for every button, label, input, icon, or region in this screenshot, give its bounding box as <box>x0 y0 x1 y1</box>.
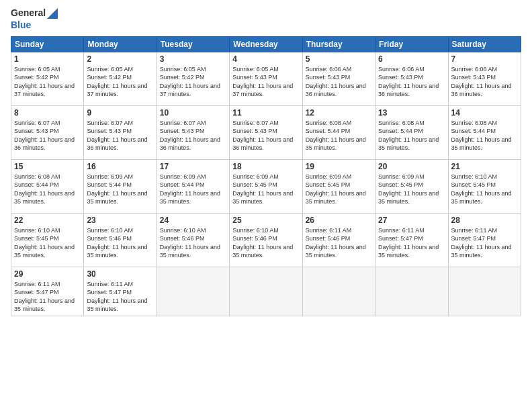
sunset-label: Sunset: 5:44 PM <box>306 128 351 134</box>
daylight-label: Daylight: 11 hours and 36 minutes. <box>451 83 512 98</box>
day-info: Sunrise: 6:10 AM Sunset: 5:45 PM Dayligh… <box>14 226 81 260</box>
day-number: 24 <box>160 216 226 225</box>
day-info: Sunrise: 6:07 AM Sunset: 5:43 PM Dayligh… <box>160 119 226 152</box>
day-number: 21 <box>451 162 518 171</box>
logo-general: General <box>11 8 46 18</box>
day-info: Sunrise: 6:05 AM Sunset: 5:43 PM Dayligh… <box>232 65 299 99</box>
day-info: Sunrise: 6:08 AM Sunset: 5:44 PM Dayligh… <box>306 119 372 152</box>
daylight-label: Daylight: 11 hours and 36 minutes. <box>306 83 366 98</box>
calendar-day-cell: 7 Sunrise: 6:06 AM Sunset: 5:43 PM Dayli… <box>448 52 521 105</box>
sunset-label: Sunset: 5:43 PM <box>14 128 59 134</box>
day-number: 8 <box>14 108 81 118</box>
day-info: Sunrise: 6:11 AM Sunset: 5:47 PM Dayligh… <box>87 280 153 314</box>
day-info: Sunrise: 6:08 AM Sunset: 5:44 PM Dayligh… <box>378 119 445 152</box>
calendar-day-cell: 12 Sunrise: 6:08 AM Sunset: 5:44 PM Dayl… <box>302 105 375 159</box>
day-number: 13 <box>378 108 445 118</box>
calendar-day-cell <box>375 267 448 316</box>
sunrise-label: Sunrise: 6:09 AM <box>306 173 352 180</box>
day-number: 9 <box>87 108 153 118</box>
day-number: 15 <box>14 162 81 171</box>
calendar-day-cell: 21 Sunrise: 6:10 AM Sunset: 5:45 PM Dayl… <box>448 159 521 213</box>
daylight-label: Daylight: 11 hours and 37 minutes. <box>232 83 293 98</box>
day-number: 16 <box>87 162 153 171</box>
day-info: Sunrise: 6:06 AM Sunset: 5:43 PM Dayligh… <box>378 65 445 99</box>
calendar-day-cell: 28 Sunrise: 6:11 AM Sunset: 5:47 PM Dayl… <box>448 213 521 267</box>
sunset-label: Sunset: 5:43 PM <box>378 74 423 81</box>
calendar-day-cell: 10 Sunrise: 6:07 AM Sunset: 5:43 PM Dayl… <box>157 105 229 159</box>
sunrise-label: Sunrise: 6:08 AM <box>14 173 60 180</box>
calendar-day-cell: 17 Sunrise: 6:09 AM Sunset: 5:44 PM Dayl… <box>157 159 229 213</box>
sunrise-label: Sunrise: 6:08 AM <box>306 120 352 126</box>
sunrise-label: Sunrise: 6:07 AM <box>160 120 206 126</box>
day-number: 6 <box>378 54 445 64</box>
calendar-week-row: 8 Sunrise: 6:07 AM Sunset: 5:43 PM Dayli… <box>11 105 521 159</box>
day-number: 22 <box>14 216 81 225</box>
day-info: Sunrise: 6:10 AM Sunset: 5:46 PM Dayligh… <box>160 226 226 260</box>
day-number: 23 <box>87 216 153 225</box>
day-info: Sunrise: 6:05 AM Sunset: 5:42 PM Dayligh… <box>14 65 81 99</box>
calendar-day-cell <box>302 267 375 316</box>
logo-triangle-icon <box>47 8 58 19</box>
calendar-day-cell <box>448 267 521 316</box>
daylight-label: Daylight: 11 hours and 35 minutes. <box>232 190 293 205</box>
daylight-label: Daylight: 11 hours and 36 minutes. <box>160 136 220 152</box>
day-info: Sunrise: 6:09 AM Sunset: 5:45 PM Dayligh… <box>232 173 299 206</box>
sunrise-label: Sunrise: 6:08 AM <box>378 120 425 126</box>
daylight-label: Daylight: 11 hours and 35 minutes. <box>87 298 147 313</box>
calendar-day-cell: 13 Sunrise: 6:08 AM Sunset: 5:44 PM Dayl… <box>375 105 448 159</box>
calendar-day-cell: 11 Sunrise: 6:07 AM Sunset: 5:43 PM Dayl… <box>230 105 302 159</box>
sunrise-label: Sunrise: 6:11 AM <box>14 281 60 287</box>
sunrise-label: Sunrise: 6:10 AM <box>160 227 206 234</box>
day-info: Sunrise: 6:10 AM Sunset: 5:46 PM Dayligh… <box>87 226 153 260</box>
sunset-label: Sunset: 5:42 PM <box>160 74 205 81</box>
sunset-label: Sunset: 5:44 PM <box>87 181 132 188</box>
sunrise-label: Sunrise: 6:07 AM <box>87 120 133 126</box>
sunrise-label: Sunrise: 6:09 AM <box>232 173 279 180</box>
sunset-label: Sunset: 5:46 PM <box>87 235 132 242</box>
day-info: Sunrise: 6:08 AM Sunset: 5:44 PM Dayligh… <box>14 173 81 206</box>
day-info: Sunrise: 6:11 AM Sunset: 5:46 PM Dayligh… <box>306 226 372 260</box>
day-info: Sunrise: 6:09 AM Sunset: 5:44 PM Dayligh… <box>87 173 153 206</box>
calendar-day-cell: 1 Sunrise: 6:05 AM Sunset: 5:42 PM Dayli… <box>11 52 84 105</box>
sunset-label: Sunset: 5:43 PM <box>87 128 132 134</box>
sunrise-label: Sunrise: 6:11 AM <box>451 227 498 234</box>
day-info: Sunrise: 6:09 AM Sunset: 5:45 PM Dayligh… <box>378 173 445 206</box>
day-number: 29 <box>14 269 81 279</box>
day-info: Sunrise: 6:05 AM Sunset: 5:42 PM Dayligh… <box>87 65 153 99</box>
sunrise-label: Sunrise: 6:10 AM <box>14 227 60 234</box>
day-number: 26 <box>306 216 372 225</box>
day-number: 7 <box>451 54 518 64</box>
sunrise-label: Sunrise: 6:08 AM <box>451 120 498 126</box>
calendar-day-cell: 8 Sunrise: 6:07 AM Sunset: 5:43 PM Dayli… <box>11 105 84 159</box>
day-of-week-header: Monday <box>84 36 157 52</box>
sunrise-label: Sunrise: 6:10 AM <box>451 173 498 180</box>
day-of-week-header: Saturday <box>448 36 521 52</box>
sunset-label: Sunset: 5:46 PM <box>232 235 277 242</box>
calendar-day-cell: 19 Sunrise: 6:09 AM Sunset: 5:45 PM Dayl… <box>302 159 375 213</box>
daylight-label: Daylight: 11 hours and 35 minutes. <box>451 244 512 259</box>
calendar-day-cell: 4 Sunrise: 6:05 AM Sunset: 5:43 PM Dayli… <box>230 52 302 105</box>
day-number: 18 <box>232 162 299 171</box>
daylight-label: Daylight: 11 hours and 36 minutes. <box>378 83 439 98</box>
day-number: 14 <box>451 108 518 118</box>
sunrise-label: Sunrise: 6:05 AM <box>232 66 279 73</box>
calendar-day-cell <box>157 267 229 316</box>
daylight-label: Daylight: 11 hours and 35 minutes. <box>451 136 512 152</box>
calendar-day-cell: 18 Sunrise: 6:09 AM Sunset: 5:45 PM Dayl… <box>230 159 302 213</box>
sunset-label: Sunset: 5:43 PM <box>306 74 351 81</box>
day-number: 20 <box>378 162 445 171</box>
sunrise-label: Sunrise: 6:10 AM <box>87 227 133 234</box>
calendar-day-cell: 2 Sunrise: 6:05 AM Sunset: 5:42 PM Dayli… <box>84 52 157 105</box>
calendar-day-cell: 26 Sunrise: 6:11 AM Sunset: 5:46 PM Dayl… <box>302 213 375 267</box>
day-info: Sunrise: 6:07 AM Sunset: 5:43 PM Dayligh… <box>232 119 299 152</box>
daylight-label: Daylight: 11 hours and 35 minutes. <box>306 244 366 259</box>
day-number: 11 <box>232 108 299 118</box>
day-info: Sunrise: 6:05 AM Sunset: 5:42 PM Dayligh… <box>160 65 226 99</box>
day-number: 28 <box>451 216 518 225</box>
sunset-label: Sunset: 5:42 PM <box>87 74 132 81</box>
daylight-label: Daylight: 11 hours and 35 minutes. <box>14 244 75 259</box>
sunrise-label: Sunrise: 6:06 AM <box>306 66 352 73</box>
day-info: Sunrise: 6:07 AM Sunset: 5:43 PM Dayligh… <box>14 119 81 152</box>
day-of-week-header: Wednesday <box>230 36 302 52</box>
sunrise-label: Sunrise: 6:11 AM <box>306 227 352 234</box>
